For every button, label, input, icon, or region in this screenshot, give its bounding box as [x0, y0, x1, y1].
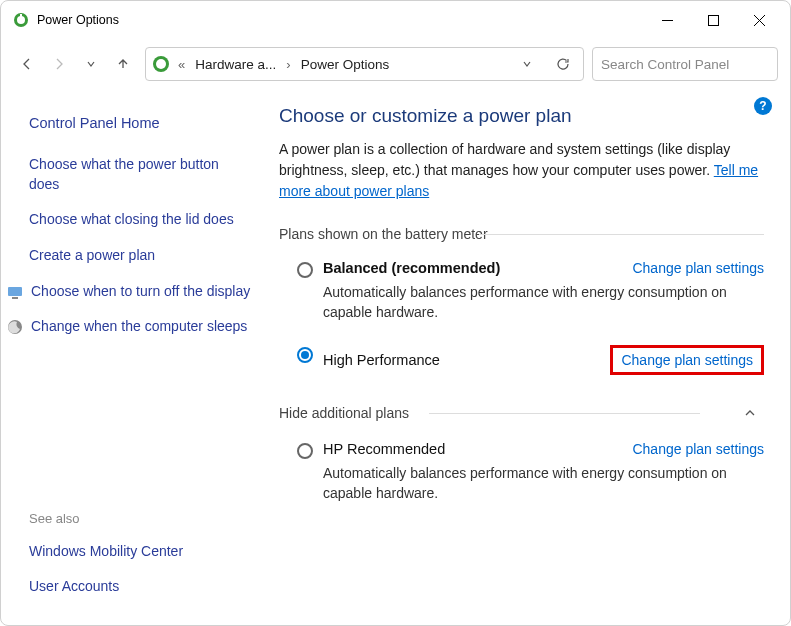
svg-rect-2 [20, 14, 22, 20]
see-also-label: See also [29, 511, 253, 526]
power-options-icon [13, 12, 29, 28]
desc-text: A power plan is a collection of hardware… [279, 141, 730, 178]
svg-rect-12 [12, 297, 18, 299]
plan-balanced: Balanced (recommended) Change plan setti… [279, 256, 764, 341]
crumb-power-options[interactable]: Power Options [297, 55, 394, 74]
control-panel-icon [152, 55, 170, 73]
hide-additional-plans-row: Hide additional plans [279, 403, 764, 423]
forward-button[interactable] [45, 50, 73, 78]
sidebar-user-accounts[interactable]: User Accounts [29, 569, 253, 605]
sidebar-create-plan[interactable]: Create a power plan [29, 238, 253, 274]
page-description: A power plan is a collection of hardware… [279, 139, 764, 202]
change-settings-hp-recommended[interactable]: Change plan settings [632, 441, 764, 457]
window: Power Options [0, 0, 791, 626]
crumb-separator: « [176, 57, 187, 72]
battery-meter-group-label: Plans shown on the battery meter [279, 226, 764, 242]
chevron-right-icon: › [284, 57, 292, 72]
plan-name-hp-recommended: HP Recommended [323, 441, 445, 457]
close-button[interactable] [736, 4, 782, 36]
plan-name-balanced: Balanced (recommended) [323, 260, 500, 276]
refresh-button[interactable] [549, 50, 577, 78]
radio-balanced[interactable] [297, 262, 313, 278]
crumb-dropdown[interactable] [513, 50, 541, 78]
search-input[interactable] [601, 57, 770, 72]
plan-desc-balanced: Automatically balances performance with … [323, 282, 764, 323]
sidebar-home[interactable]: Control Panel Home [29, 105, 253, 141]
minimize-button[interactable] [644, 4, 690, 36]
nav-arrows [13, 50, 137, 78]
svg-rect-11 [8, 287, 22, 296]
display-icon [7, 284, 23, 300]
body-area: ? Control Panel Home Choose what the pow… [1, 89, 790, 625]
crumb-hardware[interactable]: Hardware a... [191, 55, 280, 74]
titlebar: Power Options [1, 1, 790, 39]
navbar: « Hardware a... › Power Options [1, 39, 790, 89]
sleep-icon [7, 319, 23, 335]
sidebar: Control Panel Home Choose what the power… [1, 89, 261, 625]
search-box[interactable] [592, 47, 778, 81]
back-button[interactable] [13, 50, 41, 78]
page-heading: Choose or customize a power plan [279, 105, 764, 127]
change-settings-balanced[interactable]: Change plan settings [632, 260, 764, 276]
plan-desc-hp-recommended: Automatically balances performance with … [323, 463, 764, 504]
help-icon[interactable]: ? [754, 97, 772, 115]
up-button[interactable] [109, 50, 137, 78]
maximize-button[interactable] [690, 4, 736, 36]
plan-hp-recommended: HP Recommended Change plan settings Auto… [279, 437, 764, 522]
svg-point-8 [156, 59, 166, 69]
window-title: Power Options [37, 13, 644, 27]
recent-dropdown[interactable] [77, 50, 105, 78]
sidebar-closing-lid[interactable]: Choose what closing the lid does [29, 202, 253, 238]
sidebar-computer-sleeps[interactable]: Change when the computer sleeps [31, 309, 247, 345]
change-settings-high-performance[interactable]: Change plan settings [610, 345, 764, 375]
hide-additional-label[interactable]: Hide additional plans [279, 405, 736, 421]
main-content: Choose or customize a power plan A power… [261, 89, 790, 625]
plan-high-performance: High Performance Change plan settings [279, 341, 764, 393]
radio-hp-recommended[interactable] [297, 443, 313, 459]
sidebar-turn-off-display[interactable]: Choose when to turn off the display [31, 274, 250, 310]
window-controls [644, 4, 782, 36]
radio-high-performance[interactable] [297, 347, 313, 363]
plan-name-high-performance: High Performance [323, 352, 440, 368]
sidebar-power-button[interactable]: Choose what the power button does [29, 147, 253, 202]
collapse-chevron-icon[interactable] [736, 403, 764, 423]
svg-rect-4 [708, 15, 718, 25]
sidebar-mobility-center[interactable]: Windows Mobility Center [29, 534, 253, 570]
breadcrumb-bar[interactable]: « Hardware a... › Power Options [145, 47, 584, 81]
